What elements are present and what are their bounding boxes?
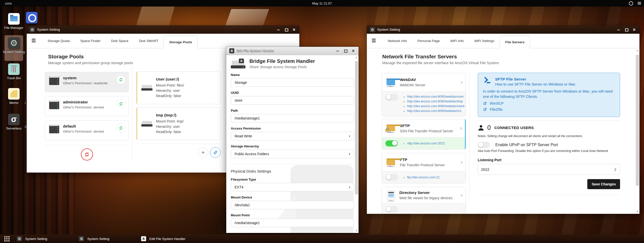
webdav-url-link[interactable]: http://dev.arozos.com:8080/webdav/tmp (407, 99, 463, 104)
server-card-sftp[interactable]: SFTP SSH File Transfer Protocol Server ›… (382, 119, 466, 149)
number-spinner[interactable]: ▴ ▾ (614, 168, 617, 172)
bullet-icon: ▸ (404, 94, 405, 99)
scrollbar[interactable]: ∧ ∨ (355, 55, 359, 233)
desktop-icon-system-setting[interactable]: ⚙ System Setting (2, 37, 25, 54)
titlebar[interactable]: ⚙ System Setting × (367, 25, 639, 34)
storage-hierarchy-label: Storage Hierarchy (231, 144, 354, 148)
menubar-menu-icon[interactable] (638, 2, 641, 5)
storage-pool-card-default[interactable]: default Other's Permission: denied (45, 120, 129, 140)
dialog-title: Bridge File System Handler (249, 58, 315, 64)
filesystem-type-select[interactable]: EXT4 ▾ (231, 183, 354, 191)
maximize-button[interactable] (284, 28, 288, 31)
client-label: WinSCP (490, 101, 504, 105)
taskbar-item-system-setting-1[interactable]: ⚙ System Setting (13, 234, 51, 243)
close-button[interactable]: × (292, 28, 296, 31)
clock: May 11 21:57 (0, 2, 644, 5)
app-grid-icon[interactable] (4, 236, 10, 241)
sftp-toggle[interactable] (385, 140, 398, 146)
ftp-url-link[interactable]: ftp://dev.arozos.com:21 (407, 175, 440, 180)
webdav-toggle[interactable] (385, 94, 398, 100)
desktop-icon-trash-bin[interactable]: Trash Bin (2, 63, 25, 80)
pool-refresh-button[interactable] (116, 75, 125, 84)
tab-storage-quota[interactable]: Storage Quota (42, 34, 75, 48)
tab-disk-space[interactable]: Disk Space (106, 34, 134, 48)
tab-personal-page[interactable]: Personal Page (412, 34, 445, 48)
scroll-up-icon[interactable]: ∧ (355, 56, 359, 59)
titlebar[interactable]: ⚙ System Setting × (27, 25, 299, 34)
maximize-button[interactable] (344, 49, 347, 53)
pool-refresh-button[interactable] (116, 124, 125, 133)
ftp-toggle[interactable] (385, 174, 398, 180)
add-handler-button[interactable]: + (198, 147, 208, 158)
sidebar-menu-icon[interactable] (32, 39, 36, 42)
tab-disk-smart[interactable]: Disk SMART (134, 34, 164, 48)
chevron-right-icon[interactable]: › (461, 80, 463, 85)
minimize-button[interactable] (617, 28, 620, 31)
path-input[interactable]: /media/storage1 (231, 114, 354, 123)
scrollbar[interactable]: ∧ ∨ (635, 48, 639, 214)
webdav-url-link[interactable]: http://dev.arozos.com:8080/webdav/store (407, 104, 465, 109)
server-card-webdav[interactable]: WebDAV WebDAV Server › ▸http://dev.arozo… (382, 73, 466, 116)
tab-file-servers[interactable]: File Servers (500, 36, 530, 48)
taskbar-item-system-setting-2[interactable]: ⚙ System Setting (75, 234, 113, 243)
webdav-folder-icon (387, 78, 396, 85)
client-link-filezilla[interactable]: FileZilla (483, 107, 615, 111)
name-input[interactable]: Storage (231, 78, 354, 87)
reload-pools-button[interactable] (81, 148, 93, 160)
client-link-winscp[interactable]: WinSCP (483, 101, 615, 105)
server-rack-icon (49, 125, 59, 133)
mount-device-input[interactable]: /dev/sda1 (231, 201, 354, 209)
minimize-button[interactable] (336, 49, 339, 53)
close-button[interactable]: × (351, 49, 355, 53)
desktop-icon-label: Trash Bin (2, 76, 25, 80)
save-changes-button[interactable]: Save Changes (587, 179, 620, 189)
path-label: Path (231, 109, 354, 112)
tab-wifi-info[interactable]: WiFi Info (445, 34, 469, 48)
chevron-right-icon[interactable]: › (460, 126, 462, 131)
server-card-ftp[interactable]: FTP File Transfer Protocol Server › ▸ftp… (382, 153, 466, 183)
desktop-icon-serverless[interactable]: σ Serverless (2, 114, 25, 130)
scroll-up-icon[interactable]: ∧ (635, 49, 639, 52)
fs-handler-card-tmp[interactable]: tmp (tmp:/) Mount Point: tmp/ Hierarchy:… (136, 107, 221, 140)
spinner-down-icon[interactable]: ▾ (615, 170, 616, 171)
server-name: Directory Server (399, 190, 453, 195)
server-rack-icon (49, 101, 59, 109)
listening-port-input[interactable]: 2022 ▴ ▾ (478, 164, 620, 175)
minimize-button[interactable] (277, 28, 280, 31)
arozos-logo-icon[interactable] (629, 1, 633, 6)
desktop-icon-music[interactable]: ♪ (20, 12, 43, 23)
access-permission-select[interactable]: Read Write ▾ (231, 132, 354, 140)
scrollbar-thumb[interactable] (355, 61, 358, 194)
tab-network-info[interactable]: Network Info (382, 34, 412, 48)
tab-storage-pools[interactable]: Storage Pools (164, 36, 198, 48)
chevron-right-icon[interactable]: › (461, 160, 463, 165)
webdav-url-link[interactable]: http://dev.arozos.com:8080/webdav/user (407, 94, 464, 99)
mount-point-input[interactable]: /media/storage1 (231, 219, 354, 227)
titlebar[interactable]: Edit File System Handler × (226, 47, 359, 55)
storage-pool-card-administrator[interactable]: administrator Other's Permission: denied (45, 96, 129, 116)
server-card-directory[interactable]: Directory Server Web file viewer for leg… (382, 187, 466, 214)
sftp-url-link[interactable]: sftp://dev.arozos.com:2022 (407, 141, 445, 146)
uuid-input[interactable]: store (231, 96, 354, 105)
directory-server-toggle[interactable] (385, 206, 398, 212)
link-handler-button[interactable] (210, 147, 221, 158)
close-button[interactable]: × (632, 28, 636, 31)
upnp-toggle[interactable] (478, 142, 490, 148)
handler-readonly: ReadOnly: false (156, 129, 184, 135)
storage-pool-card-system[interactable]: system Other's Permission: readwrite (45, 72, 129, 92)
taskbar-item-edit-fs-handler[interactable]: Edit File System Handler (138, 234, 189, 243)
scroll-down-icon[interactable]: ∨ (635, 210, 639, 213)
tab-space-finder[interactable]: Space Finder (75, 34, 106, 48)
scroll-down-icon[interactable]: ∨ (355, 229, 359, 232)
storage-hierarchy-select[interactable]: Public Access Folders ▾ (231, 150, 354, 158)
fs-handler-card-user[interactable]: User (user:/) Mount Point: files/ Hierar… (136, 71, 221, 104)
tab-wifi-settings[interactable]: WiFi Settings (469, 34, 500, 48)
maximize-button[interactable] (625, 28, 628, 31)
desktop-icon-memo[interactable]: Memo (2, 88, 25, 105)
scrollbar-thumb[interactable] (636, 55, 639, 186)
pool-refresh-button[interactable] (116, 99, 125, 108)
webdav-url-link[interactable]: http://dev.arozos.com:8080/webdav/is1 (407, 109, 462, 113)
sidebar-menu-icon[interactable] (372, 39, 376, 42)
chevron-right-icon[interactable]: › (461, 193, 463, 198)
server-name: FTP (400, 157, 445, 162)
